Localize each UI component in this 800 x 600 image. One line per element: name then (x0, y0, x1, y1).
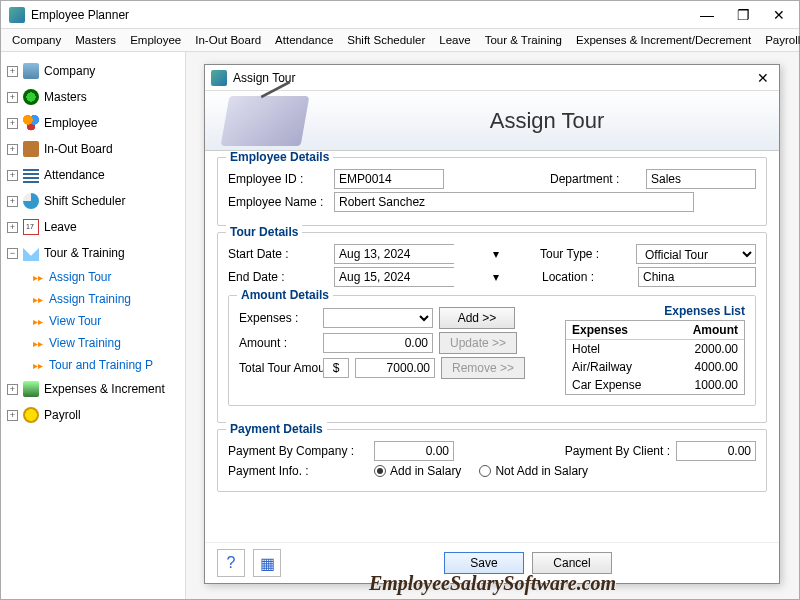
sidebar-subitem-tour-and-training-p[interactable]: ▸▸Tour and Training P (31, 354, 183, 376)
main-window: Employee Planner — ❐ ✕ CompanyMastersEmp… (0, 0, 800, 600)
expand-icon[interactable]: + (7, 410, 18, 421)
expense-row[interactable]: Car Expense1000.00 (566, 376, 744, 394)
expand-icon[interactable]: + (7, 170, 18, 181)
employee-id-label: Employee ID : (228, 172, 328, 186)
start-date-picker[interactable]: ▾ (334, 244, 454, 264)
expand-icon[interactable]: + (7, 66, 18, 77)
menu-masters[interactable]: Masters (70, 32, 121, 48)
sidebar-subitem-assign-tour[interactable]: ▸▸Assign Tour (31, 266, 183, 288)
menu-shift-scheduler[interactable]: Shift Scheduler (342, 32, 430, 48)
expense-row[interactable]: Air/Railway4000.00 (566, 358, 744, 376)
close-button[interactable]: ✕ (767, 7, 791, 23)
sidebar-item-tour-training[interactable]: −Tour & Training (3, 240, 183, 266)
sidebar-item-company[interactable]: +Company (3, 58, 183, 84)
sidebar-item-expenses-increment[interactable]: +Expenses & Increment (3, 376, 183, 402)
payment-company-field[interactable] (374, 441, 454, 461)
dialog-heading: Assign Tour (335, 108, 759, 134)
menu-payroll[interactable]: Payroll (760, 32, 800, 48)
dialog-body: Employee Details Employee ID : Departmen… (205, 151, 779, 542)
add-expense-button[interactable]: Add >> (439, 307, 515, 329)
dialog-icon (211, 70, 227, 86)
location-field[interactable] (638, 267, 756, 287)
end-date-picker[interactable]: ▾ (334, 267, 454, 287)
expense-row[interactable]: Hotel2000.00 (566, 340, 744, 358)
menu-expenses-increment-decrement[interactable]: Expenses & Increment/Decrement (571, 32, 756, 48)
sidebar-item-masters[interactable]: +Masters (3, 84, 183, 110)
masters-icon (23, 89, 39, 105)
assign-tour-dialog: Assign Tour ✕ Assign Tour Employee Detai… (204, 64, 780, 584)
start-date-label: Start Date : (228, 247, 328, 261)
sidebar-label: Payroll (44, 408, 81, 422)
total-amount-field (355, 358, 435, 378)
expand-icon[interactable]: + (7, 384, 18, 395)
cancel-button[interactable]: Cancel (532, 552, 612, 574)
expenses-list-title: Expenses List (565, 304, 745, 318)
menu-company[interactable]: Company (7, 32, 66, 48)
payroll-icon (23, 407, 39, 423)
sidebar-item-shift-scheduler[interactable]: +Shift Scheduler (3, 188, 183, 214)
employee-id-field[interactable] (334, 169, 444, 189)
expense-icon (23, 381, 39, 397)
arrow-icon: ▸▸ (33, 316, 43, 327)
department-field[interactable] (646, 169, 756, 189)
sidebar-item-payroll[interactable]: +Payroll (3, 402, 183, 428)
expense-name: Air/Railway (566, 358, 676, 376)
expand-icon[interactable]: − (7, 248, 18, 259)
minimize-button[interactable]: — (695, 7, 719, 23)
expand-icon[interactable]: + (7, 222, 18, 233)
col-expense-header: Expenses (566, 321, 676, 339)
tour-type-select[interactable]: Official Tour (636, 244, 756, 264)
sidebar-item-employee[interactable]: +Employee (3, 110, 183, 136)
expenses-table: Expenses Amount Hotel2000.00Air/Railway4… (565, 320, 745, 395)
sidebar-subitem-view-training[interactable]: ▸▸View Training (31, 332, 183, 354)
sidebar-subitem-assign-training[interactable]: ▸▸Assign Training (31, 288, 183, 310)
expand-icon[interactable]: + (7, 196, 18, 207)
col-amount-header: Amount (676, 321, 744, 339)
employee-name-label: Employee Name : (228, 195, 328, 209)
save-button[interactable]: Save (444, 552, 524, 574)
expand-icon[interactable]: + (7, 118, 18, 129)
maximize-button[interactable]: ❐ (731, 7, 755, 23)
employee-name-field[interactable] (334, 192, 694, 212)
chevron-down-icon[interactable]: ▾ (493, 270, 499, 284)
remove-expense-button: Remove >> (441, 357, 525, 379)
tour-type-label: Tour Type : (540, 247, 630, 261)
chevron-down-icon[interactable]: ▾ (493, 247, 499, 261)
sidebar-item-leave[interactable]: +Leave (3, 214, 183, 240)
help-icon[interactable]: ? (217, 549, 245, 577)
arrow-icon: ▸▸ (33, 272, 43, 283)
start-date-input[interactable] (335, 245, 493, 263)
inout-icon (23, 141, 39, 157)
payment-client-label: Payment By Client : (565, 444, 670, 458)
total-amount-label: Total Tour Amount : (239, 361, 317, 375)
expand-icon[interactable]: + (7, 144, 18, 155)
company-icon (23, 63, 39, 79)
amount-field[interactable] (323, 333, 433, 353)
add-in-salary-radio[interactable]: Add in Salary (374, 464, 461, 478)
sidebar-label: Tour & Training (44, 246, 125, 260)
payment-client-field[interactable] (676, 441, 756, 461)
end-date-input[interactable] (335, 268, 493, 286)
not-add-in-salary-radio[interactable]: Not Add in Salary (479, 464, 588, 478)
sidebar-subitem-view-tour[interactable]: ▸▸View Tour (31, 310, 183, 332)
sidebar-label: In-Out Board (44, 142, 113, 156)
menu-employee[interactable]: Employee (125, 32, 186, 48)
leave-icon (23, 219, 39, 235)
dialog-titlebar: Assign Tour ✕ (205, 65, 779, 91)
expense-name: Hotel (566, 340, 676, 358)
group-title: Payment Details (226, 422, 327, 436)
calculator-icon[interactable]: ▦ (253, 549, 281, 577)
department-label: Department : (550, 172, 640, 186)
expenses-select[interactable] (323, 308, 433, 328)
dialog-close-button[interactable]: ✕ (753, 70, 773, 86)
menu-in-out-board[interactable]: In-Out Board (190, 32, 266, 48)
sidebar-item-in-out-board[interactable]: +In-Out Board (3, 136, 183, 162)
sidebar-item-attendance[interactable]: +Attendance (3, 162, 183, 188)
content-area: Assign Tour ✕ Assign Tour Employee Detai… (186, 52, 799, 599)
menu-tour-training[interactable]: Tour & Training (480, 32, 567, 48)
sidebar-label: Employee (44, 116, 97, 130)
sidebar-tree: +Company+Masters+Employee+In-Out Board+A… (1, 52, 186, 599)
menu-leave[interactable]: Leave (434, 32, 475, 48)
expand-icon[interactable]: + (7, 92, 18, 103)
menu-attendance[interactable]: Attendance (270, 32, 338, 48)
